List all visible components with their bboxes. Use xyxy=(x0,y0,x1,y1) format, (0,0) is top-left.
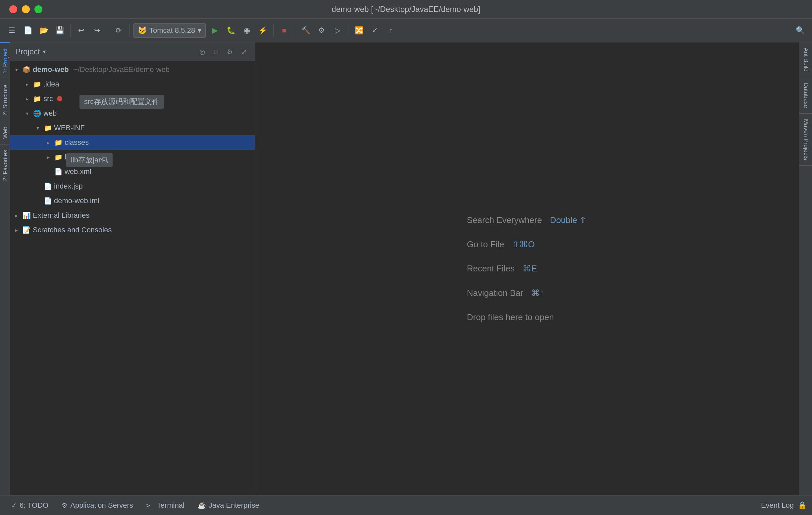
rebuild-icon[interactable]: ⚙ xyxy=(315,24,328,37)
sync-icon[interactable]: ⟳ xyxy=(112,24,125,37)
open-icon[interactable]: 📂 xyxy=(37,24,50,37)
web-icon: 🌐 xyxy=(33,109,41,117)
arrow-extlibs xyxy=(12,212,21,219)
bottom-tab-java-enterprise[interactable]: ☕ Java Enterprise xyxy=(192,499,265,512)
folder-icon-idea: 📁 xyxy=(33,80,41,88)
root-path: ~/Desktop/JavaEE/demo-web xyxy=(74,65,170,74)
separator-1 xyxy=(70,24,70,37)
commit-icon[interactable]: ✓ xyxy=(368,24,381,37)
vcs-icon[interactable]: 🔀 xyxy=(352,24,366,37)
sidebar-tab-maven[interactable]: Maven Projects xyxy=(799,114,812,166)
hint-navigation-bar: Navigation Bar ⌘↑ xyxy=(467,281,587,305)
project-tree: 📦 demo-web ~/Desktop/JavaEE/demo-web 📁 .… xyxy=(10,61,255,495)
tree-item-classes[interactable]: 📁 classes xyxy=(10,135,255,150)
debug-button[interactable]: 🐛 xyxy=(224,24,237,37)
sidebar-tab-ant-build[interactable]: Ant Build xyxy=(799,43,812,77)
sidebar-item-favorites[interactable]: 2: Favorites xyxy=(0,144,9,186)
right-sidebar: Ant Build Database Maven Projects xyxy=(799,43,812,495)
sidebar-item-project[interactable]: 1: Project xyxy=(0,43,9,79)
run-config-selector[interactable]: 🐱 Tomcat 8.5.28 ▾ xyxy=(134,23,206,38)
scratches-label: Scratches and Consoles xyxy=(33,226,112,234)
folder-icon-webinf: 📁 xyxy=(44,124,52,132)
folder-icon-lib: 📁 xyxy=(54,153,63,161)
separator-5 xyxy=(295,24,295,37)
run-button[interactable]: ▶ xyxy=(208,24,222,37)
java-enterprise-label: Java Enterprise xyxy=(209,501,259,510)
editor-area: Search Everywhere Double ⇧ Go to File ⇧⌘… xyxy=(255,43,799,495)
separator-2 xyxy=(108,24,108,37)
minimize-button[interactable] xyxy=(22,5,30,13)
save-icon[interactable]: 💾 xyxy=(53,24,66,37)
redo-icon[interactable]: ↪ xyxy=(90,24,104,37)
file-icon-indexjsp: 📄 xyxy=(44,182,52,190)
classes-label: classes xyxy=(65,138,89,147)
event-log-label[interactable]: Event Log xyxy=(761,501,794,510)
separator-4 xyxy=(273,24,273,37)
undo-icon[interactable]: ↩ xyxy=(75,24,88,37)
terminal-icon: >_ xyxy=(146,502,154,509)
arrow-idea xyxy=(23,81,31,87)
left-sidebar: 1: Project Z: Structure Web 2: Favorites xyxy=(0,43,10,495)
terminal-label: Terminal xyxy=(157,501,184,510)
run-config-dropdown-icon: ▾ xyxy=(198,26,201,35)
file-icon-iml: 📄 xyxy=(44,197,52,205)
stop-button[interactable]: ■ xyxy=(278,24,291,37)
folder-icon-classes: 📁 xyxy=(54,138,63,146)
tree-item-src[interactable]: 📁 src src存放源码和配置文件 xyxy=(10,91,255,106)
tree-item-scratches[interactable]: 📝 Scratches and Consoles xyxy=(10,223,255,237)
push-icon[interactable]: ↑ xyxy=(384,24,397,37)
locate-file-icon[interactable]: ◎ xyxy=(196,46,208,57)
settings-icon[interactable]: ⚙ xyxy=(224,46,235,57)
src-badge xyxy=(57,96,62,101)
tree-item-lib[interactable]: 📁 lib lib存放jar包 xyxy=(10,150,255,164)
file-icon-webxml: 📄 xyxy=(54,168,63,175)
tree-item-webxml[interactable]: 📄 web.xml xyxy=(10,164,255,179)
project-title-dropdown[interactable]: Project ▾ xyxy=(15,47,46,56)
sidebar-item-web[interactable]: Web xyxy=(0,121,9,144)
tree-item-idea[interactable]: 📁 .idea xyxy=(10,77,255,91)
hint-recent-label: Recent Files xyxy=(467,259,515,278)
search-everywhere-icon[interactable]: 🔍 xyxy=(793,24,807,37)
sidebar-item-structure[interactable]: Z: Structure xyxy=(0,79,9,121)
tree-item-root[interactable]: 📦 demo-web ~/Desktop/JavaEE/demo-web xyxy=(10,62,255,77)
bottom-tab-todo[interactable]: ✓ 6: TODO xyxy=(5,499,54,512)
bottom-tab-app-servers[interactable]: ⚙ Application Servers xyxy=(56,499,139,512)
hint-gotofile-shortcut: ⇧⌘O xyxy=(512,235,534,254)
profile-button[interactable]: ⚡ xyxy=(256,24,269,37)
menu-icon[interactable]: ☰ xyxy=(5,24,19,37)
sidebar-tab-database[interactable]: Database xyxy=(799,77,812,114)
coverage-button[interactable]: ◉ xyxy=(240,24,253,37)
bottom-tab-terminal[interactable]: >_ Terminal xyxy=(140,499,191,512)
java-enterprise-icon: ☕ xyxy=(198,502,206,509)
project-header-icons: ◎ ⊟ ⚙ ⤢ xyxy=(196,46,249,57)
tree-item-external-libs[interactable]: 📊 External Libraries xyxy=(10,208,255,223)
collapse-all-icon[interactable]: ⊟ xyxy=(210,46,222,57)
close-button[interactable] xyxy=(9,5,17,13)
new-file-icon[interactable]: 📄 xyxy=(21,24,34,37)
tree-item-indexjsp[interactable]: 📄 index.jsp xyxy=(10,179,255,193)
hint-search-label: Search Everywhere xyxy=(467,211,542,230)
root-icon: 📦 xyxy=(23,65,31,74)
arrow-root xyxy=(12,66,21,73)
folder-icon-src: 📁 xyxy=(33,95,41,103)
idea-label: .idea xyxy=(44,80,59,88)
extlibs-icon: 📊 xyxy=(23,212,31,219)
tree-item-iml[interactable]: 📄 demo-web.iml xyxy=(10,193,255,208)
root-label: demo-web xyxy=(33,65,69,74)
expand-icon[interactable]: ⤢ xyxy=(238,46,249,57)
webinf-label: WEB-INF xyxy=(54,124,85,132)
hint-navbar-shortcut: ⌘↑ xyxy=(531,284,544,303)
window-controls[interactable] xyxy=(9,5,42,13)
project-panel-header: Project ▾ ◎ ⊟ ⚙ ⤢ xyxy=(10,43,255,61)
indexjsp-label: index.jsp xyxy=(54,182,83,191)
tree-item-web[interactable]: 🌐 web xyxy=(10,106,255,120)
toolbar: ☰ 📄 📂 💾 ↩ ↪ ⟳ 🐱 Tomcat 8.5.28 ▾ ▶ 🐛 ◉ ⚡ … xyxy=(0,19,812,43)
maximize-button[interactable] xyxy=(34,5,42,13)
run-tests-icon[interactable]: ▷ xyxy=(331,24,344,37)
titlebar: demo-web [~/Desktop/JavaEE/demo-web] xyxy=(0,0,812,19)
hint-gotofile-label: Go to File xyxy=(467,235,504,254)
build-icon[interactable]: 🔨 xyxy=(299,24,312,37)
tree-item-webinf[interactable]: 📁 WEB-INF xyxy=(10,120,255,135)
project-dropdown-arrow: ▾ xyxy=(43,48,46,55)
main-layout: 1: Project Z: Structure Web 2: Favorites… xyxy=(0,43,812,495)
